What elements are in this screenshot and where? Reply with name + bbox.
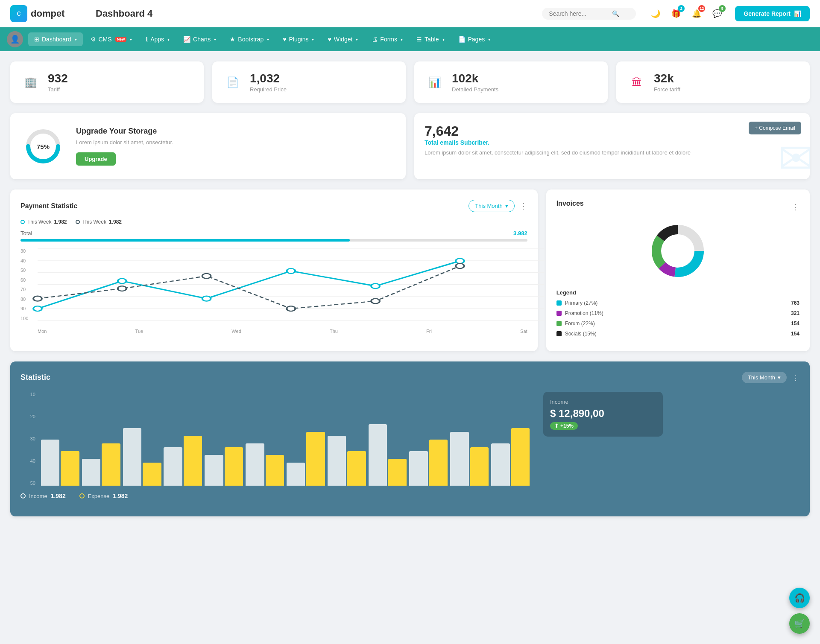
chevron-down-icon-bootstrap: ▾	[267, 37, 269, 42]
nav-item-forms[interactable]: 🖨 Forms ▾	[366, 32, 409, 46]
stat-card-payments: 📊 102k Detailed Payments	[414, 61, 608, 103]
promotion-color-swatch	[556, 311, 562, 316]
bar-white	[205, 455, 223, 486]
moon-toggle[interactable]: 🌙	[648, 6, 663, 21]
bar-yellow	[102, 443, 120, 486]
progress-bar	[20, 239, 527, 242]
legend-value-1: 1.982	[54, 219, 67, 225]
nav-item-widget[interactable]: ♥ Widget ▾	[322, 32, 364, 46]
total-label: Total	[20, 230, 32, 236]
compose-email-button[interactable]: + Compose Email	[749, 122, 801, 134]
bar-white	[287, 463, 305, 486]
nav-label-plugins: Plugins	[289, 36, 309, 43]
chevron-down-icon-widget: ▾	[356, 37, 358, 42]
stat-card-tariff: 🏢 932 Tariff	[10, 61, 204, 103]
bar-yellow	[470, 447, 489, 486]
nav-label-pages: Pages	[468, 36, 485, 43]
force-icon: 🏛	[627, 72, 647, 93]
legend-row-forum: Forum (22%) 154	[556, 321, 800, 326]
nav-item-charts[interactable]: 📈 Charts ▾	[177, 32, 222, 46]
upgrade-button[interactable]: Upgrade	[76, 152, 116, 166]
invoices-title: Invoices	[556, 200, 584, 207]
legend-dot-dark	[76, 220, 80, 224]
search-input[interactable]	[549, 10, 609, 17]
main-content: 🏢 932 Tariff 📄 1,032 Required Price 📊 10…	[0, 51, 820, 527]
bar-white	[164, 447, 182, 486]
logo-icon: c	[10, 5, 27, 22]
price-number: 1,032	[250, 72, 287, 85]
this-month-button[interactable]: This Month ▾	[469, 200, 514, 212]
bar-group	[164, 436, 202, 486]
bar-chart-y-axis: 50 40 30 20 10	[20, 392, 35, 486]
nav-label-dashboard: Dashboard	[42, 36, 71, 43]
payment-statistic-card: Payment Statistic This Month ▾ ⋮ This We…	[10, 189, 538, 351]
widget-icon: ♥	[328, 36, 331, 43]
gift-icon[interactable]: 🎁 2	[668, 6, 684, 21]
income-legend-value: 1.982	[51, 492, 66, 499]
bar-group	[82, 443, 120, 486]
generate-report-button[interactable]: Generate Report 📊	[735, 6, 810, 21]
header-icons: 🌙 🎁 2 🔔 12 💬 5	[648, 6, 725, 21]
bar-group	[287, 432, 325, 486]
bell-icon[interactable]: 🔔 12	[689, 6, 704, 21]
chevron-down-icon-table: ▾	[442, 37, 445, 42]
payments-label: Detailed Payments	[452, 86, 498, 93]
statistic-title: Statistic	[20, 373, 50, 382]
chevron-down-icon-charts: ▾	[214, 37, 216, 42]
bar-white	[328, 436, 346, 486]
promotion-legend-label: Promotion (11%)	[556, 310, 603, 316]
invoices-legend-list: Legend Primary (27%) 763 Promotion (11%)…	[556, 289, 800, 337]
legend-value-2: 1.982	[109, 219, 122, 225]
charts-row: Payment Statistic This Month ▾ ⋮ This We…	[10, 189, 810, 351]
legend-label-1: This Week	[27, 219, 51, 225]
bar-group	[409, 440, 448, 486]
chevron-down-icon-plugins: ▾	[312, 37, 314, 42]
legend-row-promotion: Promotion (11%) 321	[556, 310, 800, 316]
nav-item-apps[interactable]: ℹ Apps ▾	[140, 32, 176, 46]
email-desc: Lorem ipsum dolor sit amet, consectetur …	[425, 149, 800, 156]
nav-item-dashboard[interactable]: ⊞ Dashboard ▾	[28, 32, 83, 46]
search-icon: 🔍	[612, 10, 619, 17]
bar-white	[123, 428, 141, 486]
email-card: + Compose Email 7,642 Total emails Subcr…	[414, 113, 810, 179]
chat-icon[interactable]: 💬 5	[709, 6, 725, 21]
bar-yellow	[266, 455, 284, 486]
more-options-icon[interactable]: ⋮	[520, 202, 527, 210]
bar-white	[369, 424, 387, 486]
forum-legend-label: Forum (22%)	[556, 321, 595, 326]
income-legend-item: Income 1.982	[20, 492, 66, 499]
invoices-card: Invoices ⋮ Legend	[546, 189, 810, 351]
invoices-more-icon[interactable]: ⋮	[792, 203, 800, 211]
bar-white	[450, 432, 469, 486]
line-chart-area: 100 90 80 70 60 50 40 30	[20, 248, 527, 334]
logo: c dompet	[10, 5, 79, 22]
bar-chart-bars	[38, 392, 533, 486]
payments-icon: 📊	[425, 72, 445, 93]
statistic-header: Statistic This Month ▾ ⋮	[20, 372, 800, 383]
nav-item-table[interactable]: ☰ Table ▾	[410, 32, 450, 46]
nav-item-bootstrap[interactable]: ★ Bootstrap ▾	[224, 32, 275, 46]
income-amount: $ 12,890,00	[550, 408, 656, 420]
dashboard-icon: ⊞	[34, 36, 39, 43]
plugins-icon: ♥	[283, 36, 286, 43]
storage-desc: Lorem ipsum dolor sit amet, onsectetur.	[76, 139, 173, 146]
charts-icon: 📈	[183, 36, 190, 43]
x-axis-labels: Mon Tue Wed Thu Fri Sat	[38, 329, 527, 334]
bar-white	[82, 459, 100, 486]
middle-row: 75% Upgrade Your Storage Lorem ipsum dol…	[10, 113, 810, 179]
nav-item-plugins[interactable]: ♥ Plugins ▾	[277, 32, 320, 46]
bar-yellow	[429, 440, 448, 486]
nav-label-bootstrap: Bootstrap	[238, 36, 264, 43]
nav-item-pages[interactable]: 📄 Pages ▾	[452, 32, 497, 46]
nav-item-cms[interactable]: ⚙ CMS New ▾	[85, 32, 138, 46]
income-box: Income $ 12,890,00 ⬆ +15%	[543, 392, 663, 437]
force-label: Force tariff	[654, 86, 680, 93]
pages-icon: 📄	[458, 36, 466, 43]
svg-point-15	[33, 296, 42, 301]
statistic-legend: Income 1.982 Expense 1.982	[20, 492, 533, 499]
statistic-card: Statistic This Month ▾ ⋮ 50 40 30 20	[10, 361, 810, 516]
statistic-this-month-button[interactable]: This Month ▾	[742, 372, 787, 383]
statistic-more-icon[interactable]: ⋮	[792, 374, 800, 382]
nav-label-apps: Apps	[150, 36, 164, 43]
bar-white	[409, 451, 428, 486]
